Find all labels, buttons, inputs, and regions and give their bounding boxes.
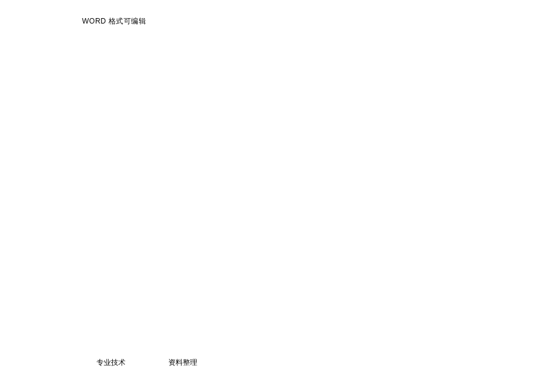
header-word-prefix: WORD (82, 17, 106, 25)
footer-left-text: 专业技术 (97, 358, 125, 368)
page-footer: 专业技术 资料整理 (97, 358, 197, 368)
footer-right-text: 资料整理 (168, 358, 197, 368)
header-editable-text: 格式可编辑 (106, 17, 146, 25)
page-header: WORD 格式可编辑 (82, 16, 146, 27)
